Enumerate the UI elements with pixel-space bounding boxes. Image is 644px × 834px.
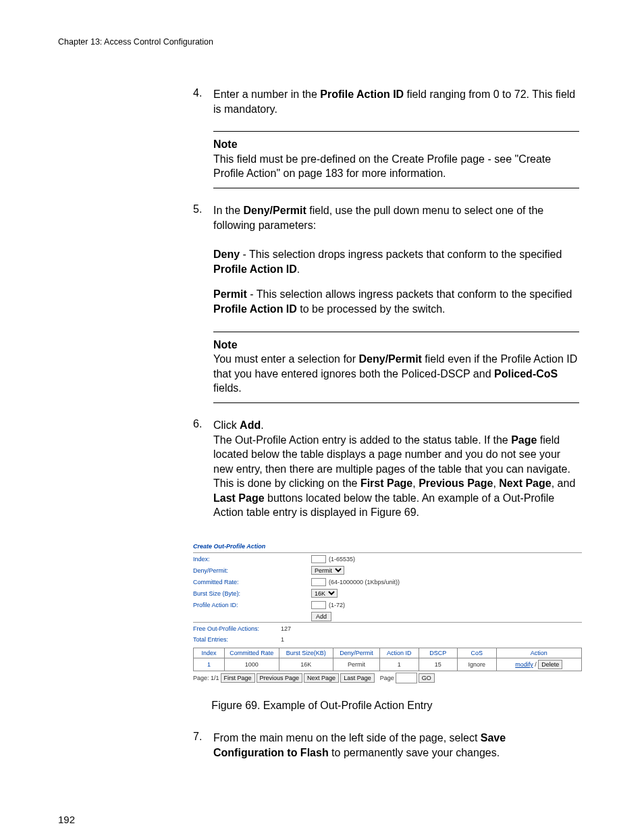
label-index: Index: — [193, 556, 311, 563]
modify-link[interactable]: modify — [515, 661, 533, 668]
text: . — [297, 263, 300, 275]
step-5: 5. In the Deny/Permit field, use the pul… — [193, 203, 579, 232]
hint-committed-rate: (64-1000000 (1Kbps/unit)) — [329, 579, 400, 585]
previous-page-button[interactable]: Previous Page — [257, 673, 303, 683]
step-4: 4. Enter a number in the Profile Action … — [193, 87, 579, 116]
td-dscp: 15 — [419, 658, 458, 671]
text: buttons located below the table. An exam… — [213, 492, 554, 519]
bold: Last Page — [213, 492, 265, 504]
td-cos: Ignore — [458, 658, 497, 671]
note-1: Note This field must be pre-defined on t… — [213, 131, 579, 188]
label-profile-action-id: Profile Action ID: — [193, 602, 311, 608]
committed-rate-input[interactable] — [311, 578, 326, 586]
note-title: Note — [213, 339, 238, 350]
th-index: Index — [194, 648, 225, 658]
label-burst-size: Burst Size (Byte): — [193, 590, 311, 597]
bold: Policed-CoS — [494, 368, 558, 380]
page-number: 192 — [58, 814, 586, 825]
td-deny-permit: Permit — [333, 658, 380, 671]
bold: Profile Action ID — [320, 88, 404, 100]
delete-button[interactable]: Delete — [538, 660, 562, 669]
burst-size-select[interactable]: 16K — [311, 589, 338, 598]
page-indicator: Page: 1/1 — [193, 675, 219, 681]
sep: / — [533, 661, 539, 668]
td-action-id: 1 — [380, 658, 419, 671]
td-burst: 16K — [279, 658, 333, 671]
bold: Deny/Permit — [359, 353, 422, 365]
panel-title: Create Out-Profile Action — [193, 540, 582, 552]
pager: Page: 1/1 First Page Previous Page Next … — [193, 673, 582, 683]
bold: Profile Action ID — [213, 303, 297, 315]
td-action: modify / Delete — [496, 658, 582, 671]
step-7: 7. From the main menu on the left side o… — [193, 731, 579, 760]
figure-69: Create Out-Profile Action Index: (1-6553… — [193, 540, 579, 683]
index-input[interactable] — [311, 555, 326, 563]
text: Click — [213, 419, 240, 431]
bold: Add — [240, 419, 261, 431]
text: In the — [213, 205, 243, 216]
step-marker: 7. — [193, 731, 202, 743]
bold: Next Page — [499, 477, 551, 489]
bold: Page — [511, 434, 537, 446]
text: - This selection drops ingress packets t… — [240, 249, 562, 260]
th-action-id: Action ID — [380, 648, 419, 658]
value-free-actions: 127 — [281, 625, 291, 635]
label-free-actions: Free Out-Profile Actions: — [193, 625, 281, 635]
text: , — [493, 477, 499, 489]
table-row: 1 1000 16K Permit 1 15 Ignore modify / D… — [194, 658, 582, 671]
hint-index: (1-65535) — [329, 556, 355, 563]
deny-permit-select[interactable]: Permit — [311, 566, 344, 575]
text: Enter a number in the — [213, 88, 320, 100]
bold: Permit — [213, 288, 247, 300]
text: - This selection allows ingress packets … — [247, 288, 572, 300]
step-marker: 6. — [193, 418, 202, 430]
th-action: Action — [496, 648, 582, 658]
text: to permanently save your changes. — [329, 747, 500, 758]
first-page-button[interactable]: First Page — [221, 673, 255, 683]
text: . — [261, 419, 263, 431]
deny-paragraph: Deny - This selection drops ingress pack… — [213, 247, 579, 276]
text: fields. — [213, 382, 242, 394]
profile-action-id-input[interactable] — [311, 601, 326, 609]
action-table: Index Committed Rate Burst Size(KB) Deny… — [193, 648, 582, 671]
label-deny-permit: Deny/Permit: — [193, 567, 311, 574]
chapter-header: Chapter 13: Access Control Configuration — [58, 37, 586, 47]
step-marker: 4. — [193, 87, 202, 99]
page-label: Page — [380, 675, 394, 681]
note-2: Note You must enter a selection for Deny… — [213, 332, 579, 403]
step-marker: 5. — [193, 203, 202, 215]
th-burst-size: Burst Size(KB) — [279, 648, 333, 658]
label-total-entries: Total Entries: — [193, 636, 281, 646]
bold: Previous Page — [419, 477, 493, 489]
hint-profile-action-id: (1-72) — [329, 602, 345, 608]
th-committed-rate: Committed Rate — [225, 648, 279, 658]
last-page-button[interactable]: Last Page — [340, 673, 375, 683]
bold: First Page — [360, 477, 412, 489]
note-title: Note — [213, 138, 238, 150]
th-deny-permit: Deny/Permit — [333, 648, 380, 658]
permit-paragraph: Permit - This selection allows ingress p… — [213, 287, 579, 316]
screenshot-panel: Create Out-Profile Action Index: (1-6553… — [193, 540, 582, 683]
text: , and — [552, 477, 576, 489]
text: You must enter a selection for — [213, 353, 359, 365]
th-dscp: DSCP — [419, 648, 458, 658]
table-header-row: Index Committed Rate Burst Size(KB) Deny… — [194, 648, 582, 658]
td-index: 1 — [194, 658, 225, 671]
text: The Out-Profile Action entry is added to… — [213, 434, 511, 446]
page-input[interactable] — [396, 673, 417, 683]
next-page-button[interactable]: Next Page — [304, 673, 339, 683]
td-rate: 1000 — [225, 658, 279, 671]
value-total-entries: 1 — [281, 636, 284, 646]
add-button[interactable]: Add — [311, 612, 331, 621]
th-cos: CoS — [458, 648, 497, 658]
bold: Profile Action ID — [213, 263, 297, 275]
text: to be processed by the switch. — [297, 303, 446, 315]
bold: Deny/Permit — [243, 205, 306, 216]
go-button[interactable]: GO — [419, 673, 435, 683]
text: , — [412, 477, 419, 489]
label-committed-rate: Committed Rate: — [193, 579, 311, 585]
step-6: 6. Click Add. The Out-Profile Action ent… — [193, 418, 579, 520]
text: From the main menu on the left side of t… — [213, 732, 481, 744]
note-body: This field must be pre-defined on the Cr… — [213, 153, 551, 180]
bold: Deny — [213, 249, 240, 260]
